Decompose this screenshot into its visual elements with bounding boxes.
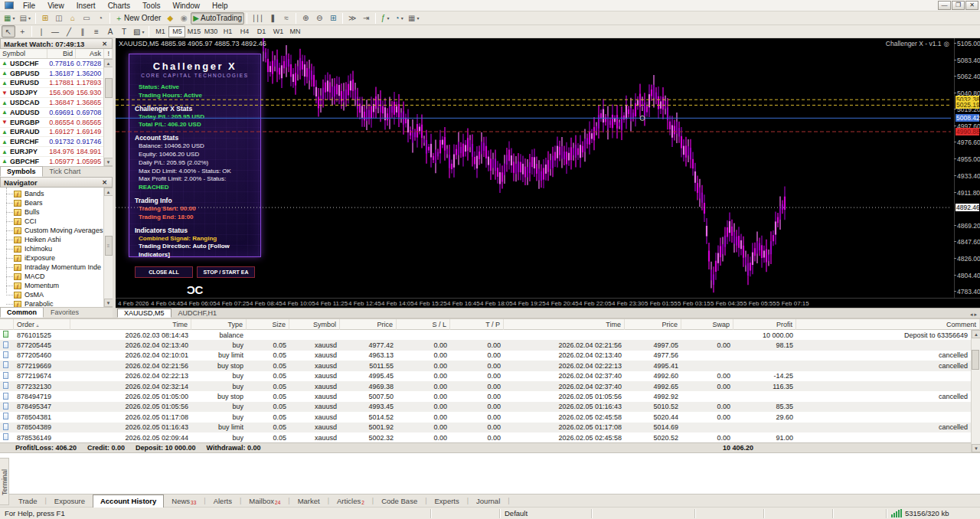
navigator-item-bands[interactable]: fBands (0, 189, 113, 198)
terminal-tab-market[interactable]: Market (290, 495, 328, 507)
terminal-scrollbar[interactable]: ▲ ▼ (971, 330, 980, 452)
navigator-tab-favorites[interactable]: Favorites (44, 307, 86, 318)
history-row-877219674[interactable]: 8772196742026.02.04 02:22:13buy0.05xauus… (0, 371, 980, 381)
column-header-sl[interactable]: S / L (397, 319, 450, 330)
price-axis[interactable]: 5105.005083.405062.405040.805019.204997.… (954, 38, 980, 298)
new-chart-button[interactable]: ▦▾ (2, 12, 17, 24)
strategy-tester-button[interactable]: ◔ (93, 12, 107, 24)
tab-scroll-right-icon[interactable]: ▸ (974, 312, 977, 318)
market-watch-tab-tick-chart[interactable]: Tick Chart (43, 166, 88, 177)
terminal-tab-account-history[interactable]: Account History (93, 495, 164, 508)
crosshair-tool-button[interactable]: ＋ (15, 25, 29, 38)
cursor-tool-button[interactable]: ↖ (2, 25, 15, 38)
navigator-item-osma[interactable]: fOsMA (0, 290, 113, 299)
timeframe-h4-button[interactable]: H4 (236, 26, 253, 38)
chart-tab-xauusd-m5[interactable]: XAUUSD,M5 (117, 308, 172, 318)
navigator-item-iexposure[interactable]: fiExposure (0, 253, 113, 263)
metaeditor-button[interactable]: ◆ (163, 12, 177, 24)
periods-button[interactable]: ◔▾ (392, 12, 406, 24)
timeframe-m30-button[interactable]: M30 (202, 26, 219, 38)
navigator-item-cci[interactable]: fCCI (0, 217, 113, 226)
chart-shift-button[interactable]: ⇥ (359, 12, 373, 24)
column-header-alert[interactable]: ! (104, 49, 113, 58)
symbol-row-usdjpy[interactable]: ▼USDJPY156.909156.93021 (0, 88, 113, 98)
timeframe-h1-button[interactable]: H1 (219, 26, 236, 38)
chart-canvas[interactable]: XAUUSD,M5 4885.98 4905.97 4885.73 4892.4… (116, 38, 980, 308)
history-row-878504389[interactable]: 8785043892026.02.05 01:16:43buy limit0.0… (0, 423, 980, 432)
navigator-item-intraday-momentum-inde[interactable]: fIntraday Momentum Inde (0, 263, 113, 272)
candlestick-chart-button[interactable]: ❚ (266, 12, 279, 24)
new-order-button[interactable]: ＋New Order (113, 12, 163, 24)
auto-scroll-button[interactable]: ≫ (345, 12, 359, 24)
horizontal-line-tool-button[interactable]: — (48, 25, 62, 38)
symbol-row-usdcad[interactable]: ▲USDCAD1.368471.3686518 (0, 98, 113, 108)
menu-insert[interactable]: Insert (70, 1, 102, 11)
navigator-item-ichimoku[interactable]: fIchimoku (0, 244, 113, 253)
terminal-tab-mailbox[interactable]: Mailbox24 (241, 495, 288, 507)
templates-button[interactable]: ▦▾ (406, 12, 421, 24)
column-header-symbol[interactable]: Symbol (0, 49, 47, 58)
column-header-time[interactable]: Time (70, 319, 191, 330)
shapes-tool-button[interactable]: ▧▾ (131, 25, 146, 38)
menu-tools[interactable]: Tools (136, 1, 166, 11)
close-button[interactable]: ✕ (965, 1, 978, 10)
market-watch-button[interactable]: ⊞ (38, 12, 52, 24)
history-row-878495347[interactable]: 8784953472026.02.05 01:05:56buy0.05xauus… (0, 402, 980, 412)
history-row-877219669[interactable]: 8772196692026.02.04 02:21:56buy stop0.05… (0, 361, 980, 370)
experts-button[interactable]: ◉ (177, 12, 191, 24)
timeframe-mn-button[interactable]: MN (286, 26, 303, 38)
symbol-row-gbpchf[interactable]: ▲GBPCHF1.059771.0599518 (0, 157, 113, 166)
market-watch-tab-symbols[interactable]: Symbols (0, 166, 43, 177)
chart-tab-audchf-h1[interactable]: AUDCHF,H1 (172, 308, 224, 318)
column-header-symbol[interactable]: Symbol (289, 319, 340, 330)
history-row-877232130[interactable]: 8772321302026.02.04 02:32:14buy0.05xauus… (0, 381, 980, 391)
menu-window[interactable]: Window (166, 1, 206, 11)
indicators-button[interactable]: ƒ▾ (378, 12, 392, 24)
navigator-item-bulls[interactable]: fBulls (0, 207, 113, 217)
column-header-swap[interactable]: Swap (681, 319, 733, 330)
symbol-row-eurjpy[interactable]: ▲EURJPY184.976184.99115 (0, 147, 113, 157)
tile-windows-button[interactable]: ⊞ (326, 12, 340, 24)
terminal-tab-alerts[interactable]: Alerts (206, 495, 240, 507)
navigator-item-heiken-ashi[interactable]: fHeiken Ashi (0, 235, 113, 244)
terminal-tab-news[interactable]: News33 (164, 495, 204, 507)
timeframe-m1-button[interactable]: M1 (152, 26, 168, 38)
timeframe-m15-button[interactable]: M15 (185, 26, 202, 38)
history-row-877205460[interactable]: 8772054602026.02.04 02:10:01buy limit0.0… (0, 351, 980, 361)
menu-file[interactable]: File (17, 1, 41, 11)
close-icon[interactable]: ✕ (100, 41, 109, 47)
terminal-tab-experts[interactable]: Experts (427, 495, 467, 507)
symbol-row-eurgbp[interactable]: ▼EURGBP0.865540.8656511 (0, 118, 113, 128)
time-axis[interactable]: 4 Feb 20264 Feb 04:454 Feb 06:054 Feb 07… (116, 298, 980, 308)
bar-chart-button[interactable]: ∣∣∣ (250, 12, 266, 24)
column-header-comment[interactable]: Comment (796, 319, 980, 330)
profiles-button[interactable]: ▤▾ (17, 12, 32, 24)
symbol-row-eurusd[interactable]: ▲EURUSD1.178811.1789312 (0, 79, 113, 89)
zoom-in-button[interactable]: ⊕ (299, 12, 312, 24)
menu-view[interactable]: View (41, 1, 70, 11)
close-icon[interactable]: ✕ (100, 179, 109, 186)
navigator-item-bears[interactable]: fBears (0, 198, 113, 207)
terminal-tab-trade[interactable]: Trade (11, 495, 44, 507)
navigator-item-parabolic[interactable]: fParabolic (0, 299, 113, 307)
symbol-row-eurchf[interactable]: ▲EURCHF0.917320.9174614 (0, 137, 113, 147)
line-chart-button[interactable]: ≈ (279, 12, 293, 24)
history-row-877205445[interactable]: 8772054452026.02.04 02:13:40buy0.05xauus… (0, 340, 980, 350)
terminal-tab-exposure[interactable]: Exposure (47, 495, 93, 507)
terminal-tab-journal[interactable]: Journal (469, 495, 508, 507)
column-header-ask[interactable]: Ask (76, 49, 104, 58)
column-header-price[interactable]: Price (340, 319, 397, 330)
restore-button[interactable]: ❐ (952, 1, 965, 10)
history-row-876101525[interactable]: 8761015252026.02.03 08:14:43balance10 00… (0, 330, 980, 340)
terminal-tab-articles[interactable]: Articles2 (329, 495, 372, 507)
navigator-item-macd[interactable]: fMACD (0, 272, 113, 281)
symbol-row-audusd[interactable]: ▲AUDUSD0.696910.6970817 (0, 108, 113, 118)
timeframe-m5-button[interactable]: M5 (168, 26, 185, 38)
symbol-row-usdchf[interactable]: ▲USDCHF0.778160.7782812 (0, 59, 113, 69)
tab-scroll-left-icon[interactable]: ◂ (970, 312, 973, 318)
column-header-type[interactable]: Type (191, 319, 247, 330)
autotrading-button[interactable]: ▶AutoTrading (191, 12, 244, 24)
history-row-878494719[interactable]: 8784947192026.02.05 01:05:00buy stop0.05… (0, 391, 980, 401)
navigator-item-momentum[interactable]: fMomentum (0, 281, 113, 290)
column-header-size[interactable]: Size (247, 319, 289, 330)
